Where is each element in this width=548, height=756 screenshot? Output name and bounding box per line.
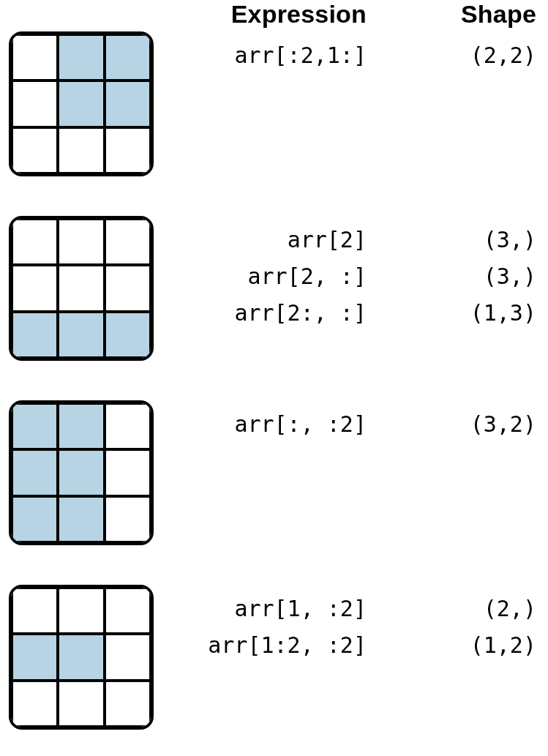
expression-value: arr[2, :] xyxy=(154,266,412,288)
cell xyxy=(58,265,104,311)
cell xyxy=(12,127,58,173)
expression-value: arr[1:2, :2] xyxy=(154,635,412,656)
table-row: arr[2:, :] (1,3) xyxy=(154,302,539,324)
table-row: arr[1, :2] (2,) xyxy=(154,598,539,620)
cell xyxy=(105,127,151,173)
cell-highlighted xyxy=(105,312,151,358)
example-2-text: arr[2] (3,) arr[2, :] (3,) arr[2:, :] (1… xyxy=(154,216,539,324)
cell xyxy=(105,681,151,727)
cell-highlighted xyxy=(105,81,151,127)
shape-value: (2,2) xyxy=(412,45,539,67)
cell xyxy=(12,681,58,727)
cell xyxy=(105,403,151,449)
cell-highlighted xyxy=(58,496,104,542)
cell-highlighted xyxy=(12,496,58,542)
array-grid-2 xyxy=(9,216,154,361)
cell-highlighted xyxy=(12,312,58,358)
array-grid-1 xyxy=(9,31,154,176)
example-1-text: arr[:2,1:] (2,2) xyxy=(154,31,539,67)
example-4-text: arr[1, :2] (2,) arr[1:2, :2] (1,2) xyxy=(154,585,539,656)
shape-value: (3,) xyxy=(412,266,539,288)
cell xyxy=(58,219,104,265)
cell-highlighted xyxy=(58,81,104,127)
cell-highlighted xyxy=(58,449,104,495)
cell xyxy=(12,219,58,265)
table-row: arr[1:2, :2] (1,2) xyxy=(154,635,539,656)
cell xyxy=(105,265,151,311)
shape-value: (3,2) xyxy=(412,413,539,435)
table-row: arr[:2,1:] (2,2) xyxy=(154,45,539,67)
cell xyxy=(58,681,104,727)
shape-value: (3,) xyxy=(412,229,539,251)
cell-highlighted xyxy=(105,34,151,81)
table-row: arr[2] (3,) xyxy=(154,229,539,251)
cell xyxy=(105,588,151,634)
cell-highlighted xyxy=(12,449,58,495)
cell-highlighted xyxy=(58,34,104,81)
cell xyxy=(12,588,58,634)
cell-highlighted xyxy=(58,634,104,680)
cell xyxy=(105,634,151,680)
cell xyxy=(105,219,151,265)
cell-highlighted xyxy=(12,634,58,680)
cell xyxy=(58,588,104,634)
array-grid-3 xyxy=(9,400,154,545)
column-headers: Expression Shape xyxy=(9,0,539,29)
cell xyxy=(12,265,58,311)
header-expression: Expression xyxy=(199,0,412,29)
header-shape: Shape xyxy=(412,0,539,29)
expression-value: arr[2] xyxy=(154,229,412,251)
example-1: arr[:2,1:] (2,2) xyxy=(9,31,539,176)
example-2: arr[2] (3,) arr[2, :] (3,) arr[2:, :] (1… xyxy=(9,216,539,361)
shape-value: (1,3) xyxy=(412,302,539,324)
table-row: arr[:, :2] (3,2) xyxy=(154,413,539,435)
expression-value: arr[1, :2] xyxy=(154,598,412,620)
cell xyxy=(105,496,151,542)
example-3: arr[:, :2] (3,2) xyxy=(9,400,539,545)
example-3-text: arr[:, :2] (3,2) xyxy=(154,400,539,435)
expression-value: arr[2:, :] xyxy=(154,302,412,324)
diagram-root: Expression Shape arr[:2,1:] (2,2) xyxy=(0,0,548,756)
cell-highlighted xyxy=(58,312,104,358)
cell-highlighted xyxy=(12,403,58,449)
expression-value: arr[:, :2] xyxy=(154,413,412,435)
cell xyxy=(12,81,58,127)
cell xyxy=(58,127,104,173)
example-4: arr[1, :2] (2,) arr[1:2, :2] (1,2) xyxy=(9,585,539,730)
shape-value: (1,2) xyxy=(412,635,539,656)
table-row: arr[2, :] (3,) xyxy=(154,266,539,288)
expression-value: arr[:2,1:] xyxy=(154,45,412,67)
cell-highlighted xyxy=(58,403,104,449)
cell xyxy=(105,449,151,495)
array-grid-4 xyxy=(9,585,154,730)
shape-value: (2,) xyxy=(412,598,539,620)
cell xyxy=(12,34,58,81)
header-spacer xyxy=(9,0,199,29)
